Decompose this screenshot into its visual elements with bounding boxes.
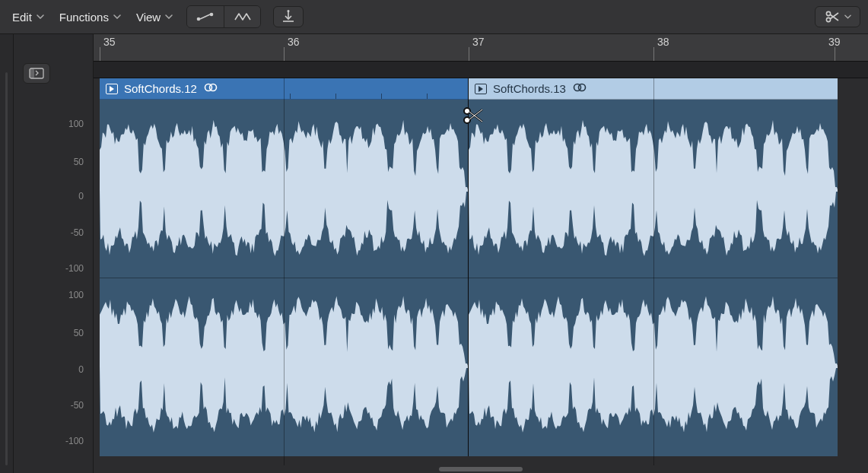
inspector-sidebar: 100 50 0 -50 -100 100 50 0 -50 -100 <box>14 34 94 473</box>
scale-label: 0 <box>14 191 88 202</box>
menu-group: Edit Functions View <box>11 6 174 28</box>
edit-menu[interactable]: Edit <box>11 6 46 28</box>
view-menu-label: View <box>136 11 161 24</box>
scale-label: 100 <box>14 290 88 300</box>
left-gutter <box>0 34 14 473</box>
marker-lane[interactable] <box>94 62 868 78</box>
automation-toggle[interactable] <box>187 6 224 27</box>
catch-playhead-button[interactable] <box>273 6 304 27</box>
bar-number: 36 <box>288 36 300 48</box>
bar-number: 38 <box>657 36 669 48</box>
region-name-label: SoftChords.13 <box>493 82 566 95</box>
svg-point-8 <box>209 84 216 91</box>
bar-ruler[interactable]: 35 36 37 38 39 <box>94 34 868 62</box>
play-icon <box>106 84 118 94</box>
amplitude-scale: 100 50 0 -50 -100 100 50 0 -50 -100 <box>14 105 88 459</box>
loop-icon <box>203 82 218 95</box>
play-icon <box>475 84 487 94</box>
automation-flex-group <box>186 5 261 28</box>
chevron-down-icon <box>113 13 121 21</box>
bar-number: 39 <box>828 36 841 48</box>
loop-icon <box>572 82 587 95</box>
bar-number: 37 <box>472 36 485 48</box>
flex-toggle[interactable] <box>224 6 260 27</box>
scale-label: 0 <box>14 364 88 375</box>
inspector-toggle-button[interactable] <box>23 63 50 84</box>
edit-menu-label: Edit <box>12 11 32 24</box>
scale-label: -100 <box>14 263 88 274</box>
scale-label: -50 <box>14 227 88 238</box>
chevron-down-icon <box>165 13 173 21</box>
view-menu[interactable]: View <box>135 6 174 28</box>
scrollbar-thumb[interactable] <box>439 467 523 471</box>
regions-container: SoftChords.12 <box>94 78 868 456</box>
tool-menu-scissors[interactable] <box>815 6 860 27</box>
svg-rect-6 <box>30 68 34 78</box>
horizontal-scrollbar[interactable] <box>94 465 868 473</box>
scale-label: 100 <box>14 119 88 129</box>
barline <box>284 78 285 465</box>
scale-label: -50 <box>14 400 88 411</box>
functions-menu-label: Functions <box>59 11 109 24</box>
scale-label: 50 <box>14 157 88 167</box>
functions-menu[interactable]: Functions <box>58 6 122 28</box>
svg-point-0 <box>197 17 201 21</box>
svg-point-12 <box>578 84 585 91</box>
svg-point-2 <box>288 10 290 12</box>
bar-number: 35 <box>103 36 116 48</box>
vertical-zoom-slider[interactable] <box>5 72 8 465</box>
barline <box>653 78 654 465</box>
scale-label: 50 <box>14 328 88 338</box>
scale-label: -100 <box>14 436 88 446</box>
beat-ticks <box>275 78 468 99</box>
audio-editor: 100 50 0 -50 -100 100 50 0 -50 -100 35 3… <box>0 34 868 473</box>
waveform-area[interactable]: 35 36 37 38 39 SoftChords.12 <box>94 34 868 473</box>
toolbar: Edit Functions View <box>0 0 868 34</box>
chevron-down-icon <box>37 13 44 21</box>
svg-point-1 <box>210 13 214 17</box>
region-name-label: SoftChords.12 <box>124 82 197 95</box>
